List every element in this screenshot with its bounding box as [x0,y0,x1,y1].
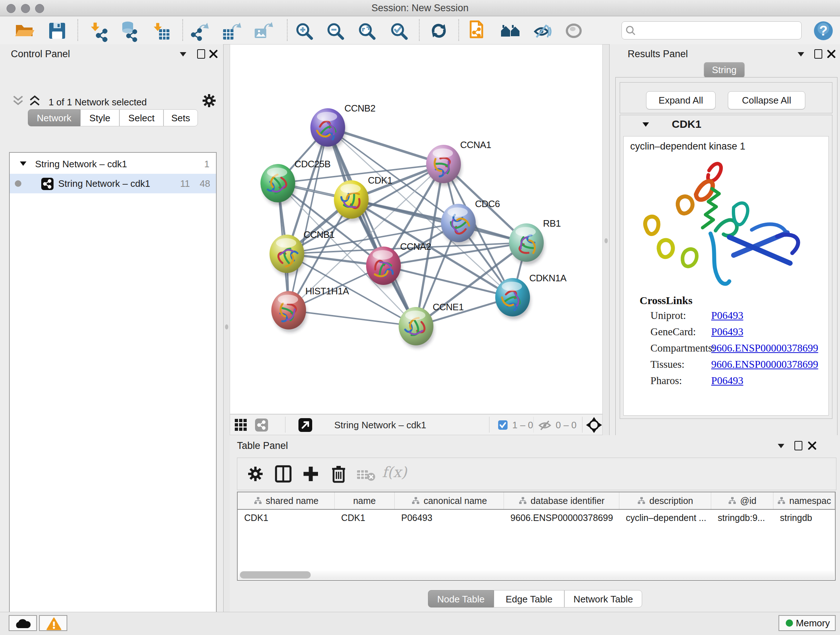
export-image-icon[interactable] [255,22,273,38]
export-table-icon[interactable] [223,22,241,40]
control-panel-close-icon[interactable] [209,50,218,58]
fit-selected-crosshair-icon[interactable] [586,417,602,433]
network-node-HIST1H1A[interactable] [271,291,307,333]
search-input[interactable] [638,22,798,38]
hide-unhide-icon[interactable] [535,25,551,37]
delete-column-trash-icon[interactable] [331,464,347,483]
table-horizontal-scrollbar[interactable] [238,570,834,579]
network-edge-CDK1-RB1[interactable] [351,200,526,242]
tab-string[interactable]: String [704,62,745,78]
column-header-name[interactable]: name [335,492,395,509]
crosslink-link[interactable]: P06493 [711,326,744,338]
results-panel-maximize-icon[interactable] [814,49,822,59]
warnings-button[interactable] [39,615,67,631]
network-node-CCNB2[interactable] [310,108,346,149]
share-view-icon[interactable] [255,418,268,432]
crosslink-label: Uniprot: [651,310,686,321]
string-network-graph[interactable]: CCNB2CCNA1CDC25BCDK1CDC6RB1CCNB1CCNA2CDK… [230,44,602,414]
crosslink-link[interactable]: P06493 [711,310,744,321]
network-canvas[interactable]: CCNB2CCNA1CDC25BCDK1CDC6RB1CCNB1CCNA2CDK… [230,44,603,414]
export-network-icon[interactable] [191,23,209,41]
column-header-description[interactable]: description [619,492,711,509]
network-node-CCNA1[interactable] [426,145,462,186]
network-node-RB1[interactable] [509,223,545,264]
table-panel-float-icon[interactable] [778,444,784,448]
memory-button[interactable]: Memory [778,615,836,631]
right-splitter-handle[interactable] [605,238,608,243]
tab-sets[interactable]: Sets [164,109,198,126]
gray-eye-icon[interactable] [567,25,581,37]
network-node-CCNE1[interactable] [399,307,434,348]
column-header-shared-name[interactable]: shared name [238,492,335,509]
table-cell[interactable]: CDK1 [238,510,335,526]
zoom-fit-icon[interactable] [360,24,374,38]
string-document-icon[interactable] [471,21,482,37]
show-columns-icon[interactable] [275,465,292,483]
refresh-icon[interactable] [432,24,446,37]
results-panel-float-icon[interactable] [798,52,804,57]
network-node-CCNA2[interactable] [366,247,401,288]
zoom-selected-icon[interactable] [392,24,406,38]
zoom-in-icon[interactable] [297,24,311,38]
node-label-CDC6: CDC6 [475,198,500,209]
gene-section-header[interactable]: CDK1 [620,115,832,135]
results-panel-close-icon[interactable] [827,50,836,58]
table-cell[interactable]: P06493 [395,510,504,526]
node-table[interactable]: shared namenamecanonical namedatabase id… [237,492,836,581]
network-collection-row[interactable]: String Network – cdk1 1 [10,154,216,174]
collapse-all-button[interactable]: Collapse All [728,91,805,109]
table-panel-maximize-icon[interactable] [794,441,802,450]
zoom-out-icon[interactable] [328,24,343,38]
tab-select[interactable]: Select [119,109,164,126]
network-edge-CCNE1-HIST1H1A[interactable] [289,310,416,326]
tab-network-table[interactable]: Network Table [564,590,642,608]
import-network-database-icon[interactable] [122,22,137,42]
control-panel-float-icon[interactable] [180,52,186,57]
network-row-selected[interactable]: String Network – cdk1 11 48 [10,174,216,193]
tab-network[interactable]: Network [28,109,80,126]
table-cell[interactable]: stringdb [774,510,835,526]
network-node-CCNB1[interactable] [270,234,305,276]
collection-expand-caret[interactable] [20,162,27,166]
crosslink-link[interactable]: 9606.ENSP00000378699 [711,342,818,354]
column-header-namespac[interactable]: namespac [774,492,835,509]
create-column-plus-icon[interactable] [302,465,319,483]
table-cell[interactable]: CDK1 [335,510,395,526]
table-cell[interactable]: cyclin–dependent ... [619,510,711,526]
open-in-window-icon[interactable] [298,418,313,432]
network-options-gear-icon[interactable] [202,93,216,108]
open-session-icon[interactable] [15,25,34,36]
column-header-database-identifier[interactable]: database identifier [504,492,619,509]
column-header-@id[interactable]: @id [711,492,774,509]
table-panel-close-icon[interactable] [808,441,816,450]
cloud-button[interactable] [9,615,37,631]
import-network-icon[interactable] [91,23,107,42]
tab-node-table[interactable]: Node Table [428,590,494,608]
table-cell[interactable]: 9606.ENSP00000378699 [504,510,619,526]
home-networks-icon[interactable] [501,25,520,36]
network-node-CDC6[interactable] [441,204,477,245]
crosslink-link[interactable]: P06493 [711,375,744,386]
left-splitter-handle[interactable] [225,325,228,329]
crosslink-link[interactable]: 9606.ENSP00000378699 [711,358,818,371]
selected-checkbox-icon[interactable] [498,420,508,430]
tab-style[interactable]: Style [80,109,119,126]
network-node-CDC25B[interactable] [261,164,296,205]
import-table-icon[interactable] [154,23,169,40]
tab-edge-table[interactable]: Edge Table [494,590,564,608]
scrollbar-thumb[interactable] [240,571,311,578]
help-icon[interactable]: ? [813,21,834,41]
table-cell[interactable]: stringdb:9... [711,510,774,526]
network-edge-CCNB2-HIST1H1A[interactable] [289,127,328,310]
save-session-icon[interactable] [49,23,65,39]
network-node-CDK1[interactable] [334,180,369,222]
table-row[interactable]: CDK1CDK1P064939606.ENSP00000378699cyclin… [238,510,835,526]
column-header-canonical-name[interactable]: canonical name [395,492,504,509]
control-panel-maximize-icon[interactable] [197,49,205,59]
gene-collapse-caret[interactable] [643,122,649,127]
search-box[interactable] [622,21,802,40]
table-gear-icon[interactable] [248,466,264,482]
birds-eye-grid-icon[interactable] [234,418,248,432]
network-node-CDKN1A[interactable] [495,278,531,319]
expand-all-button[interactable]: Expand All [646,91,715,109]
